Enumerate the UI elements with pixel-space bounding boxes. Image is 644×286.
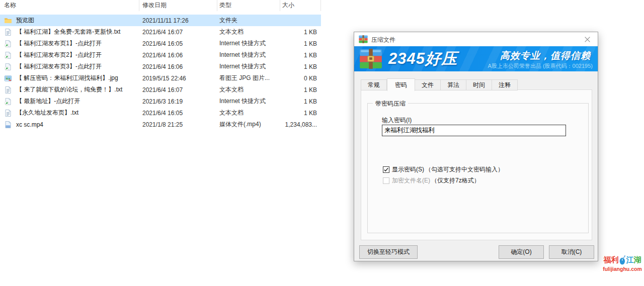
file-date: 2021/6/4 16:06 — [139, 63, 217, 70]
file-size: 1 KB — [280, 40, 321, 47]
file-size: 1,234,083... — [280, 121, 321, 128]
file-row[interactable]: 【永久地址发布页】.txt 2021/6/4 16:05 文本文档 1 KB — [0, 107, 321, 119]
file-size: 1 KB — [280, 63, 321, 70]
file-name: 【永久地址发布页】.txt — [16, 109, 78, 117]
haozip-archive-icon — [359, 35, 368, 43]
file-row[interactable]: 【 福利江湖】全免费-无套路-更新快.txt 2021/6/4 16:07 文本… — [0, 26, 321, 38]
groupbox-title: 带密码压缩 — [373, 100, 408, 108]
file-name: 【 福利江湖发布页1】-点此打开 — [16, 39, 102, 48]
file-row[interactable]: 【 解压密码：来福利江湖找福利】.jpg 2019/5/15 22:46 看图王… — [0, 72, 321, 84]
internet-shortcut-icon — [4, 51, 12, 59]
switch-to-lite-mode-button[interactable]: 切换至轻巧模式 — [359, 245, 418, 259]
file-size: 1 KB — [280, 52, 321, 59]
file-row[interactable]: xc sc.mp4 2021/1/8 21:25 媒体文件(.mp4) 1,23… — [0, 119, 321, 130]
file-type: Internet 快捷方式 — [217, 97, 280, 106]
file-date: 2021/11/11 17:26 — [139, 17, 217, 24]
file-type: 看图王 JPG 图片... — [217, 74, 280, 82]
brand-logo-text: 2345好压 — [388, 48, 457, 69]
column-header-type[interactable]: 类型 — [217, 0, 280, 11]
dialog-tabbar: 常规 密码 文件 算法 时间 注释 — [361, 77, 518, 90]
encrypt-filenames-checkbox[interactable]: 加密文件名(E) （仅支持7z格式） — [383, 176, 480, 185]
file-date: 2019/5/15 22:46 — [139, 75, 217, 82]
column-header-date[interactable]: 修改日期 — [139, 0, 217, 11]
text-file-icon — [4, 109, 12, 117]
watermark-domain: fulijianghu.com — [602, 266, 643, 272]
file-row-selected[interactable]: 预览图 2021/11/11 17:26 文件夹 — [0, 15, 321, 26]
fulijianghu-watermark: 福利 江 湖 fulijianghu.com — [602, 255, 643, 272]
internet-shortcut-icon — [4, 63, 12, 71]
file-type: Internet 快捷方式 — [217, 62, 280, 71]
file-type: Internet 快捷方式 — [217, 39, 280, 48]
file-name: 预览图 — [16, 16, 34, 25]
file-type: Internet 快捷方式 — [217, 51, 280, 59]
haozip-archive-icon — [359, 49, 382, 69]
file-date: 2021/6/4 16:07 — [139, 29, 217, 36]
folder-icon — [4, 17, 12, 25]
file-date: 2021/1/8 21:25 — [139, 121, 217, 128]
checkbox-label: 显示密码(S) — [392, 165, 424, 174]
file-row[interactable]: 【 福利江湖发布页3】-点此打开 2021/6/4 16:06 Internet… — [0, 61, 321, 72]
file-size: 1 KB — [280, 110, 321, 117]
file-type: 文本文档 — [217, 28, 280, 36]
image-file-icon — [4, 74, 12, 82]
mouse-icon — [619, 255, 626, 265]
ok-button[interactable]: 确定(O) — [499, 245, 544, 259]
file-name: 【 福利江湖发布页3】-点此打开 — [16, 62, 102, 71]
file-type: 文本文档 — [217, 109, 280, 117]
file-row[interactable]: 【 最新地址】-点此打开 2021/6/3 16:19 Internet 快捷方… — [0, 96, 321, 107]
internet-shortcut-icon — [4, 40, 12, 48]
file-type: 文件夹 — [217, 16, 280, 25]
checkbox-label: 加密文件名(E) — [392, 176, 430, 185]
checkmark-icon — [383, 167, 389, 172]
file-size: 1 KB — [280, 29, 321, 36]
compress-file-dialog: 压缩文件 2345好压 高效专业，值得信赖 A股上市公司荣誉出品 (股票代码：0… — [354, 32, 598, 261]
media-file-icon — [4, 121, 12, 129]
checkbox-hint: （勾选可支持中文密码输入） — [425, 165, 504, 174]
tab-comment[interactable]: 注释 — [492, 79, 518, 90]
file-type: 文本文档 — [217, 85, 280, 94]
file-size: 1 KB — [280, 98, 321, 105]
file-row[interactable]: 【 福利江湖发布页2】-点此打开 2021/6/4 16:06 Internet… — [0, 49, 321, 61]
file-date: 2021/6/3 16:19 — [139, 98, 217, 105]
text-file-icon — [4, 28, 12, 36]
internet-shortcut-icon — [4, 98, 12, 106]
tab-password[interactable]: 密码 — [387, 78, 415, 91]
file-name: 【 解压密码：来福利江湖找福利】.jpg — [16, 74, 118, 82]
column-header-name[interactable]: 名称 — [0, 0, 139, 11]
file-size: 0 KB — [280, 75, 321, 82]
show-password-checkbox[interactable]: 显示密码(S) （勾选可支持中文密码输入） — [383, 165, 504, 174]
file-list: 名称 修改日期 类型 大小 预览图 2021/11/11 17:26 文件夹 【… — [0, 0, 322, 151]
column-header-size[interactable]: 大小 — [280, 0, 321, 11]
file-list-header: 名称 修改日期 类型 大小 — [0, 0, 322, 11]
banner-tagline: 高效专业，值得信赖 — [500, 49, 591, 62]
file-name: 【 福利江湖发布页2】-点此打开 — [16, 51, 102, 59]
file-name: 【 来了就能下载的论坛，纯免费！】.txt — [16, 85, 122, 94]
tab-time[interactable]: 时间 — [466, 79, 492, 90]
close-button[interactable] — [579, 32, 596, 46]
password-input[interactable] — [382, 125, 566, 136]
dialog-title: 压缩文件 — [371, 36, 395, 44]
close-icon — [584, 36, 591, 43]
tab-general[interactable]: 常规 — [361, 79, 387, 90]
file-date: 2021/6/4 16:07 — [139, 86, 217, 93]
text-file-icon — [4, 86, 12, 94]
file-date: 2021/6/4 16:05 — [139, 110, 217, 117]
tab-file[interactable]: 文件 — [415, 79, 441, 90]
file-date: 2021/6/4 16:06 — [139, 52, 217, 59]
file-name: 【 福利江湖】全免费-无套路-更新快.txt — [16, 28, 120, 36]
watermark-brand-jiang: 江 — [626, 255, 634, 265]
password-input-label: 输入密码(I) — [382, 116, 412, 125]
file-size: 1 KB — [280, 86, 321, 93]
haozip-banner: 2345好压 高效专业，值得信赖 A股上市公司荣誉出品 (股票代码：002195… — [354, 46, 598, 71]
dialog-titlebar[interactable]: 压缩文件 — [354, 32, 598, 46]
file-name: xc sc.mp4 — [16, 121, 43, 128]
cancel-button[interactable]: 取消(C) — [549, 245, 594, 259]
file-row[interactable]: 【 来了就能下载的论坛，纯免费！】.txt 2021/6/4 16:07 文本文… — [0, 84, 321, 96]
file-row[interactable]: 【 福利江湖发布页1】-点此打开 2021/6/4 16:05 Internet… — [0, 38, 321, 49]
checkbox-hint: （仅支持7z格式） — [431, 176, 480, 185]
banner-subtitle: A股上市公司荣誉出品 (股票代码：002195) — [488, 62, 593, 70]
tab-algorithm[interactable]: 算法 — [441, 79, 466, 90]
password-tab-panel: 带密码压缩 输入密码(I) 显示密码(S) （勾选可支持中文密码输入） 加密文件… — [361, 89, 592, 240]
file-type: 媒体文件(.mp4) — [217, 120, 280, 129]
file-date: 2021/6/4 16:05 — [139, 40, 217, 47]
